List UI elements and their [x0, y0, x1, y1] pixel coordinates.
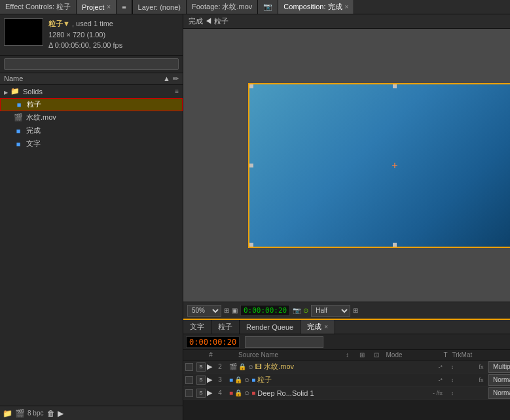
folder-extra-icon: ≡ [175, 88, 179, 95]
tl-row-left: S ▶ 3 ■ 🔒 ☺ ■ 粒子 -* [183, 375, 445, 385]
row-mode: Normal Multiply [488, 387, 510, 399]
tab-close-icon[interactable]: × [345, 3, 349, 10]
col-t: T [439, 350, 452, 360]
fit-icon[interactable]: ⊞ [224, 307, 229, 314]
tab-menu[interactable]: ≡ [117, 0, 132, 14]
col-mode: Mode [384, 350, 439, 360]
video-icon[interactable]: ■ [229, 389, 233, 396]
shy-icon[interactable]: ☺ [244, 389, 250, 396]
row-more-controls: 🎬 🔒 ☺ [229, 363, 254, 370]
zoom-select[interactable]: 50% 100% 25% [187, 305, 221, 317]
handle-ml[interactable] [249, 164, 253, 167]
handle-bm[interactable] [393, 243, 397, 247]
row-controls: S [196, 376, 206, 385]
file-name: 粒子▼ [48, 20, 70, 27]
list-item[interactable]: ■ 完成 [0, 124, 183, 137]
tab-camera[interactable]: 📷 [258, 0, 278, 14]
timeline-tab-renderqueue[interactable]: Render Queue [240, 320, 301, 334]
sort-asc-icon[interactable]: ▲ [163, 75, 170, 83]
expand-arrow[interactable]: ▶ [207, 376, 212, 384]
tl-ruler: 01s 02s [505, 350, 511, 360]
tab-label: Effect Controls: 粒子 [5, 2, 71, 12]
left-tab-panel: Effect Controls: 粒子 Project × ≡ [0, 0, 132, 14]
row-controls: S [196, 389, 206, 398]
tab-label: Composition: 完成 [283, 2, 342, 12]
video-icon[interactable]: ■ [229, 376, 233, 383]
tl-header: # Source Name ↕ ⊞ ⊡ Mode T TrkMat 01s 02… [183, 350, 510, 360]
row-icon: ■ [251, 376, 255, 383]
row-checkbox[interactable] [185, 363, 193, 371]
mode-select[interactable]: Multiply Normal [488, 361, 510, 373]
list-item[interactable]: ■ 文字 [0, 137, 183, 150]
tab-project[interactable]: Project × [77, 0, 117, 14]
expand-arrow[interactable]: ▶ [207, 389, 212, 397]
timeline-tab-lizi[interactable]: 粒子 [211, 320, 240, 334]
row-misc2: fx [474, 377, 488, 383]
trash-icon[interactable]: 🗑 [47, 409, 55, 418]
tab-layer[interactable]: Layer: (none) [133, 0, 187, 14]
tl-row-left: S ▶ 2 🎬 🔒 ☺ 🎞 水纹.mov -* [183, 362, 445, 372]
row-flags: - /fx [433, 390, 445, 396]
handle-tm[interactable] [393, 84, 397, 88]
search-input[interactable] [4, 58, 179, 70]
roi-icon[interactable]: ▣ [232, 307, 238, 314]
tl-row-left: S ▶ 4 ■ 🔒 ☺ ■ Deep Ro...Solid 1 - /f [183, 389, 445, 398]
new-folder-icon[interactable]: 📁 [3, 409, 12, 418]
expand-arrow[interactable]: ▶ [207, 362, 212, 371]
lock-icon[interactable]: 🔒 [238, 363, 246, 370]
forward-icon[interactable]: ▶ [58, 409, 64, 418]
lock-icon[interactable]: 🔒 [234, 389, 242, 396]
row-checkbox[interactable] [185, 376, 193, 384]
shy-icon[interactable]: ☺ [244, 376, 250, 383]
row-icon: 🎞 [255, 363, 262, 370]
tab-footage[interactable]: Footage: 水纹.mov [187, 0, 258, 14]
item-label: Solids [23, 88, 43, 96]
list-header-label: Name [4, 75, 163, 82]
tab-close-icon[interactable]: × [324, 323, 328, 330]
handle-tl[interactable] [249, 84, 253, 88]
row-flags: -* [439, 377, 446, 383]
item-label: 完成 [26, 126, 41, 135]
item-label: 粒子 [27, 99, 41, 109]
timeline-search-input[interactable] [245, 336, 323, 348]
project-list: 📁 Solids ≡ ■ 粒子 🎬 水纹.mov ■ 完成 ■ [0, 85, 183, 406]
timeline-tab-wancheng[interactable]: 完成 × [301, 320, 335, 334]
grid-icon[interactable]: ⊞ [353, 307, 358, 314]
row-name: Deep Ro...Solid 1 [257, 389, 433, 397]
row-checkbox[interactable] [185, 389, 193, 397]
new-comp-icon[interactable]: 🎬 [15, 409, 25, 418]
viewer-canvas[interactable]: + 火星时代 www.hxsd.com [183, 29, 510, 302]
video-icon[interactable]: 🎬 [229, 363, 237, 370]
list-header: Name ▲ ✏ [0, 73, 183, 85]
timeline-tab-wenzi[interactable]: 文字 [183, 320, 211, 334]
list-item[interactable]: 📁 Solids ≡ [0, 85, 183, 98]
footage-icon: 🎬 [13, 113, 24, 123]
folder-arrow-icon [4, 88, 10, 96]
tab-composition[interactable]: Composition: 完成 × [278, 0, 354, 14]
row-num: 2 [212, 363, 228, 370]
solo-icon[interactable]: S [196, 362, 206, 372]
mode-select[interactable]: Normal Multiply [488, 374, 510, 386]
pencil-icon[interactable]: ✏ [173, 75, 179, 83]
tab-close-icon[interactable]: × [107, 3, 111, 10]
mode-select[interactable]: Normal Multiply [488, 387, 510, 399]
panel-bottom-bar: 📁 🎬 8 bpc 🗑 ▶ [0, 406, 183, 420]
timeline-timecode[interactable]: 0:00:00:20 [186, 336, 240, 348]
lock-icon[interactable]: 🔒 [234, 376, 242, 383]
snapshot-icon[interactable]: 📷 [293, 307, 301, 314]
row-arrows: ↕ [445, 377, 460, 383]
tab-effect-controls[interactable]: Effect Controls: 粒子 [0, 0, 77, 14]
col-num: # [203, 350, 219, 360]
list-item[interactable]: ■ 粒子 [0, 98, 183, 111]
quality-select[interactable]: Half Full Quarter [311, 305, 350, 317]
shy-icon[interactable]: ☺ [247, 363, 254, 370]
list-item[interactable]: 🎬 水纹.mov [0, 111, 183, 124]
table-row: S ▶ 4 ■ 🔒 ☺ ■ Deep Ro...Solid 1 - /f [183, 387, 510, 400]
solo-icon[interactable]: S [196, 376, 206, 385]
row-more-controls: ■ 🔒 ☺ [229, 376, 250, 383]
color-icon[interactable]: ⊙ [303, 307, 308, 314]
solo-icon[interactable]: S [196, 389, 206, 398]
handle-bl[interactable] [249, 243, 253, 247]
row-mode: Multiply Normal [488, 361, 510, 373]
viewer-timecode[interactable]: 0:00:00:20 [240, 305, 290, 316]
